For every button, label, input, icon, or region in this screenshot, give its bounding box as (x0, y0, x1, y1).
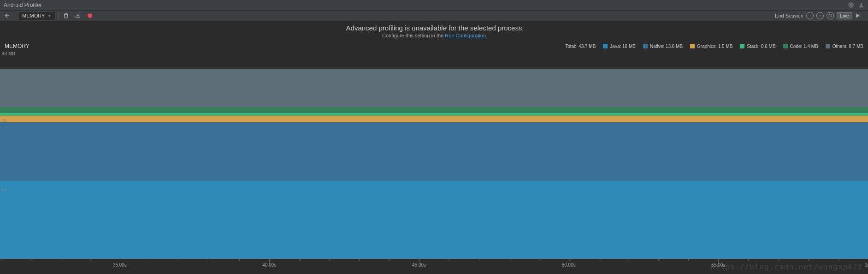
legend-swatch (690, 44, 695, 48)
chart-band-stack (0, 113, 868, 116)
time-tick-minor (150, 259, 150, 261)
record-icon (88, 13, 92, 18)
svg-rect-2 (861, 3, 862, 6)
time-tick-minor (748, 259, 749, 261)
time-tick-minor (688, 259, 689, 261)
legend-item-label: Java: 18 MB (610, 44, 636, 49)
legend-item-label: Native: 13.6 MB (650, 44, 683, 49)
svg-rect-1 (859, 6, 863, 7)
legend-item: Java: 18 MB (603, 44, 636, 49)
legend-item: Stack: 0.6 MB (740, 44, 775, 49)
legend-item-label: Code: 1.4 MB (790, 44, 818, 49)
time-label: 35.00s (113, 262, 127, 268)
legend-item: Others: 8.7 MB (826, 44, 863, 49)
time-tick-minor (449, 259, 449, 261)
time-label: 40.00s (262, 262, 276, 268)
warning-sub-prefix: Configure this setting in the (382, 33, 445, 38)
warning-message: Advanced profiling is unavailable for th… (0, 21, 868, 42)
time-tick (569, 259, 569, 262)
time-tick-minor (389, 259, 390, 261)
time-tick-minor (180, 259, 180, 261)
chart-band-graphics (0, 116, 868, 122)
legend-items: Total: 43.7 MB Java: 18 MBNative: 13.6 M… (565, 44, 863, 49)
titlebar-right (848, 2, 864, 8)
end-session-button[interactable]: End Session (775, 13, 803, 18)
y-axis-max-label: 48 MB (2, 51, 15, 56)
chevron-down-icon: ▼ (47, 14, 51, 18)
zoom-out-button[interactable]: − (806, 12, 814, 19)
y-tick: 16 (2, 187, 6, 192)
legend-swatch (603, 44, 608, 48)
legend-swatch (783, 44, 788, 48)
time-tick (269, 259, 270, 262)
legend-item: Graphics: 1.5 MB (690, 44, 732, 49)
trash-button[interactable] (61, 11, 71, 20)
legend-item-label: Stack: 0.6 MB (747, 44, 775, 49)
chart-band-others (0, 69, 868, 107)
time-tick-minor (778, 259, 779, 261)
time-tick-minor (838, 259, 838, 261)
gear-icon[interactable] (848, 2, 854, 8)
titlebar-title: Android Profiler (4, 2, 42, 8)
toolbar: MEMORY ▼ End Session − + Live (0, 10, 868, 21)
chart-band-native (0, 122, 868, 181)
live-label: Live (840, 13, 849, 18)
minimize-icon[interactable] (858, 2, 864, 8)
capture-button[interactable] (73, 11, 83, 20)
legend-swatch (826, 44, 830, 48)
back-button[interactable] (3, 11, 12, 20)
legend-item: Code: 1.4 MB (783, 44, 818, 49)
time-tick-minor (509, 259, 509, 261)
legend-total-label: Total: (565, 44, 576, 49)
time-label: 55.00s (711, 262, 725, 268)
legend-item-label: Graphics: 1.5 MB (697, 44, 732, 49)
record-button[interactable] (85, 11, 94, 20)
time-tick-minor (329, 259, 330, 261)
live-button[interactable]: Live (837, 12, 852, 19)
time-tick-minor (299, 259, 300, 261)
time-label: 1m (865, 262, 868, 268)
time-tick-minor (539, 259, 539, 261)
chart-band-java (0, 181, 868, 259)
time-tick-minor (210, 259, 210, 261)
legend-item: Native: 13.6 MB (643, 44, 683, 49)
svg-marker-5 (856, 13, 859, 18)
zoom-in-button[interactable]: + (816, 12, 824, 19)
time-tick-minor (629, 259, 629, 261)
time-tick-minor (808, 259, 809, 261)
chart-band-code (0, 107, 868, 113)
time-axis: 35.00s40.00s45.00s50.00s55.00s1m (0, 259, 868, 269)
time-tick (120, 259, 120, 262)
divider (58, 12, 59, 19)
chart-title: MEMORY (5, 43, 30, 49)
svg-point-4 (829, 14, 832, 17)
time-tick-minor (60, 259, 60, 261)
dropdown-label: MEMORY (22, 13, 45, 18)
go-to-end-button[interactable] (855, 12, 862, 19)
toolbar-right: End Session − + Live (775, 12, 865, 19)
time-tick-minor (479, 259, 479, 261)
svg-rect-6 (860, 13, 860, 18)
time-tick (718, 259, 719, 262)
run-configuration-link[interactable]: Run Configuration (445, 33, 486, 38)
zoom-reset-button[interactable] (827, 12, 834, 19)
time-tick-minor (239, 259, 240, 261)
titlebar: Android Profiler (0, 0, 868, 10)
time-tick-minor (658, 259, 659, 261)
legend-total-value: 43.7 MB (579, 44, 596, 49)
legend-row: MEMORY Total: 43.7 MB Java: 18 MBNative:… (0, 42, 868, 51)
legend-total: Total: 43.7 MB (565, 44, 596, 49)
time-tick-minor (359, 259, 360, 261)
profiler-type-dropdown[interactable]: MEMORY ▼ (18, 11, 55, 20)
time-label: 50.00s (562, 262, 576, 268)
time-tick-minor (90, 259, 90, 261)
warning-message-main: Advanced profiling is unavailable for th… (0, 24, 868, 32)
warning-message-sub: Configure this setting in the Run Config… (0, 33, 868, 38)
time-label: 45.00s (412, 262, 426, 268)
svg-point-0 (850, 5, 852, 6)
legend-item-label: Others: 8.7 MB (833, 44, 863, 49)
legend-swatch (643, 44, 648, 48)
memory-chart[interactable]: 48 MB 1632 (0, 51, 868, 259)
time-tick-minor (599, 259, 599, 261)
time-tick-minor (30, 259, 30, 261)
